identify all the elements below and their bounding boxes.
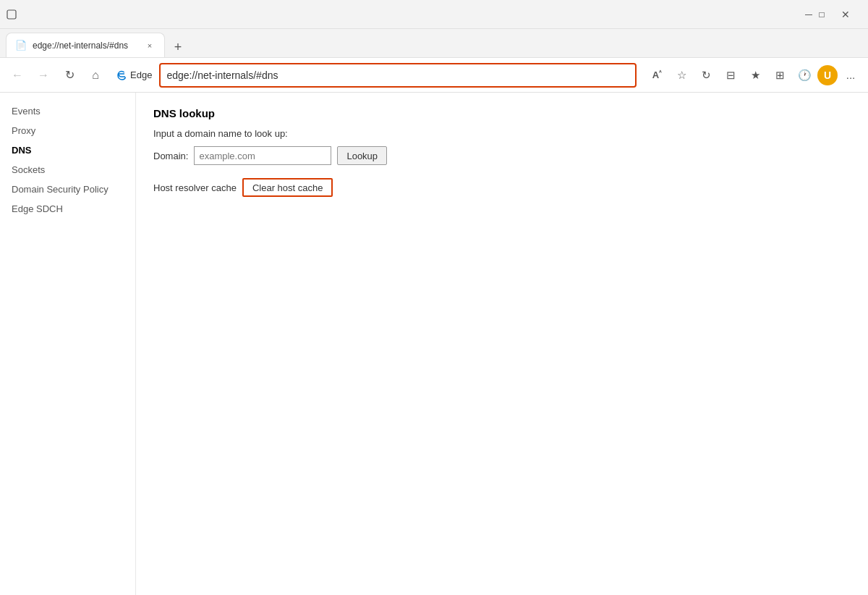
browser-essentials-icon: ↻ [702,69,711,82]
back-page-icon [6,9,17,20]
content-area: DNS lookup Input a domain name to look u… [136,93,868,595]
host-resolver-row: Host resolver cache Clear host cache [153,178,851,197]
read-aloud-icon: Aᴬ [652,69,661,80]
collections-button[interactable]: ⊞ [768,64,791,87]
browser-window: ✕ 📄 edge://net-internals/#dns × + ← → ↻ … [0,0,868,595]
lookup-button[interactable]: Lookup [337,146,387,165]
edge-label: Edge [130,69,152,80]
edge-logo-area[interactable]: Edge [110,69,156,82]
host-resolver-label: Host resolver cache [153,182,237,193]
more-icon: ... [846,69,856,81]
minimize-button[interactable] [803,9,814,20]
svg-rect-0 [7,10,16,19]
profile-initial: U [824,69,831,81]
title-bar: ✕ [0,0,868,29]
favorites-icon: ☆ [677,69,686,82]
sidebar-item-edge-sdch[interactable]: Edge SDCH [0,199,135,219]
add-favorites-button[interactable]: ★ [744,64,767,87]
back-button[interactable]: ← [6,64,29,87]
sidebar-item-sockets[interactable]: Sockets [0,160,135,180]
history-icon: 🕐 [798,69,812,82]
split-screen-icon: ⊟ [726,69,736,82]
sidebar-item-dns[interactable]: DNS [0,140,135,160]
address-bar-container [159,63,637,88]
browser-essentials-button[interactable]: ↻ [694,64,718,87]
maximize-button[interactable] [816,9,827,20]
tab-bar: 📄 edge://net-internals/#dns × + [0,29,868,58]
window-controls [6,9,17,20]
toolbar-icons: Aᴬ ☆ ↻ ⊟ ★ ⊞ 🕐 U ... [645,64,862,87]
sidebar-item-proxy[interactable]: Proxy [0,121,135,140]
domain-input[interactable] [194,146,331,165]
settings-more-button[interactable]: ... [839,64,862,87]
edge-logo-icon [114,69,127,82]
add-favorites-icon: ★ [751,69,760,82]
refresh-button[interactable]: ↻ [58,64,81,87]
sidebar-item-events[interactable]: Events [0,101,135,121]
dns-lookup-description: Input a domain name to look up: [153,128,851,139]
home-button[interactable]: ⌂ [84,64,107,87]
main-area: Events Proxy DNS Sockets Domain Security… [0,93,868,595]
close-button[interactable]: ✕ [829,3,862,26]
home-icon: ⌂ [92,69,99,82]
back-icon: ← [12,69,23,82]
new-tab-button[interactable]: + [168,37,188,57]
forward-button[interactable]: → [32,64,55,87]
tab-title: edge://net-internals/#dns [33,41,138,51]
clear-host-cache-button[interactable]: Clear host cache [242,178,333,197]
dns-lookup-title: DNS lookup [153,107,851,119]
domain-row: Domain: Lookup [153,146,851,165]
collections-icon: ⊞ [775,69,785,82]
read-aloud-button[interactable]: Aᴬ [645,64,668,87]
tab-page-icon: 📄 [15,40,27,51]
address-bar[interactable] [166,69,629,81]
tab-close-button[interactable]: × [144,40,156,51]
split-screen-button[interactable]: ⊟ [719,64,742,87]
profile-avatar[interactable]: U [817,65,838,85]
domain-label: Domain: [153,151,188,161]
sidebar: Events Proxy DNS Sockets Domain Security… [0,93,136,595]
refresh-icon: ↻ [65,68,75,82]
sidebar-item-domain-security-policy[interactable]: Domain Security Policy [0,180,135,199]
favorites-button[interactable]: ☆ [670,64,693,87]
history-button[interactable]: 🕐 [793,64,816,87]
active-tab[interactable]: 📄 edge://net-internals/#dns × [6,33,165,57]
nav-bar: ← → ↻ ⌂ Edge Aᴬ ☆ [0,58,868,93]
forward-icon: → [38,69,49,82]
